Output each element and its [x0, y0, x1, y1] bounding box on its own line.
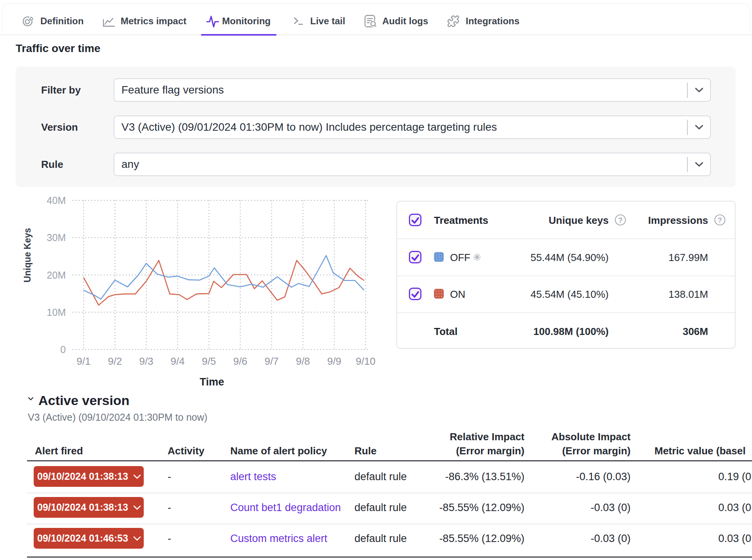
svg-text:9/10: 9/10 — [356, 355, 376, 367]
svg-text:0: 0 — [60, 344, 66, 355]
svg-text:9/7: 9/7 — [264, 355, 278, 367]
svg-text:10M: 10M — [47, 307, 66, 318]
svg-text:40M: 40M — [47, 195, 66, 206]
svg-text:?: ? — [718, 216, 722, 224]
svg-text:20M: 20M — [47, 270, 66, 281]
svg-text:9/2: 9/2 — [108, 355, 122, 367]
svg-text:9/1: 9/1 — [76, 355, 90, 367]
svg-text:?: ? — [618, 216, 623, 224]
svg-text:Time: Time — [200, 376, 224, 388]
svg-text:9/4: 9/4 — [170, 355, 184, 367]
svg-text:9/3: 9/3 — [139, 355, 153, 367]
svg-text:9/5: 9/5 — [202, 355, 216, 367]
svg-text:9/9: 9/9 — [327, 355, 341, 367]
svg-text:30M: 30M — [47, 232, 66, 243]
svg-text:9/6: 9/6 — [233, 355, 247, 367]
svg-text:Unique Keys: Unique Keys — [22, 228, 33, 282]
svg-text:9/8: 9/8 — [296, 355, 310, 367]
